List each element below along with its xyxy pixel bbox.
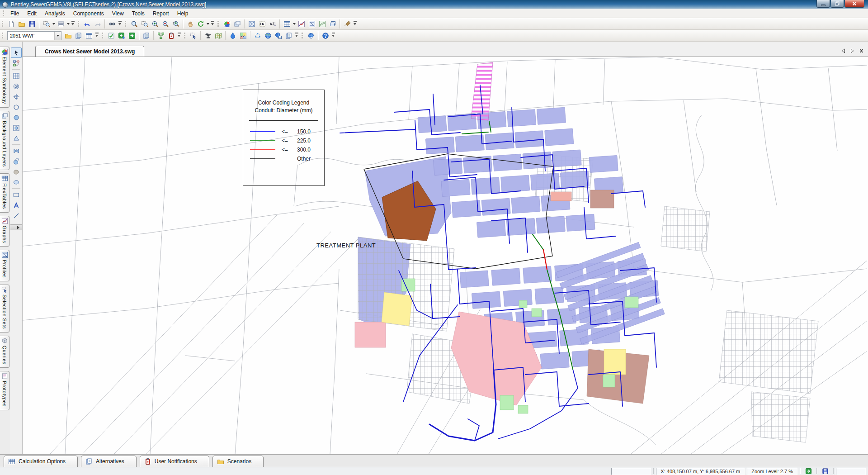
background-layers-icon[interactable] [232, 19, 242, 29]
rectangle-tool[interactable] [11, 190, 22, 200]
toolbar-overflow-icon[interactable] [94, 31, 99, 41]
toolbar-overflow-icon[interactable] [177, 31, 182, 41]
pan-icon[interactable] [185, 19, 195, 29]
circle-outline-tool[interactable] [11, 102, 22, 112]
palette-expander[interactable] [10, 224, 22, 230]
flextables-icon[interactable] [282, 19, 292, 29]
sidebar-item-selection-sets[interactable]: Selection Sets [0, 285, 9, 332]
cascade-windows-icon[interactable] [327, 19, 338, 29]
sidebar-item-element-symbology[interactable]: Element Symbology [0, 47, 9, 108]
toolbar-overflow-icon[interactable] [71, 19, 75, 29]
zoom-realtime-icon[interactable] [170, 19, 181, 29]
annotation-icon[interactable] [267, 19, 278, 29]
sidebar-item-prototypes[interactable]: Prototypes [0, 371, 9, 410]
sidebar-item-background-layers[interactable]: Background Layers [0, 111, 9, 171]
refresh-icon[interactable] [195, 19, 206, 29]
select-by-element-icon[interactable] [188, 31, 198, 41]
text-label-tool[interactable] [11, 200, 22, 210]
circle-filled-tool[interactable] [11, 112, 22, 123]
profiles-icon[interactable] [307, 19, 317, 29]
zoom-out-icon[interactable] [160, 19, 170, 29]
crosshair-node-tool[interactable] [11, 91, 22, 102]
menu-analysis[interactable]: Analysis [41, 10, 69, 18]
calculation-options-icon[interactable] [84, 31, 94, 41]
alternatives-icon[interactable] [73, 31, 84, 41]
menu-file[interactable]: File [7, 10, 23, 18]
map-canvas[interactable]: TREATMENT PLANT Color Coding Legend Cond… [23, 57, 868, 454]
thematic-mapping-icon[interactable] [238, 31, 248, 41]
catchment-blob-tool[interactable] [11, 166, 22, 177]
close-button[interactable] [844, 0, 864, 8]
loadbuilder-icon[interactable] [227, 31, 238, 41]
concentric-circles-tool[interactable] [11, 81, 22, 91]
layout-elements-tool[interactable] [11, 58, 22, 68]
graphs-icon[interactable] [296, 19, 307, 29]
tab-close-icon[interactable] [859, 48, 863, 53]
sidebar-item-graphs[interactable]: Graphs [0, 216, 9, 247]
help-icon[interactable] [320, 31, 330, 41]
select-arrow-tool[interactable] [11, 48, 22, 58]
toolbar-overflow-icon[interactable] [353, 19, 358, 29]
pump-tool[interactable] [11, 156, 22, 166]
find-icon[interactable] [107, 19, 117, 29]
restore-button[interactable] [830, 0, 844, 8]
network-navigator-icon[interactable] [156, 31, 166, 41]
triangle-tool[interactable] [11, 133, 22, 143]
scenario-combobox[interactable]: 2051 WWF [7, 31, 61, 40]
sidebar-item-flextables[interactable]: FlexTables [0, 173, 9, 213]
menu-edit[interactable]: Edit [24, 10, 40, 18]
user-notifications-icon[interactable] [166, 31, 176, 41]
ellipse-tool[interactable] [11, 177, 22, 187]
compute-icon[interactable] [116, 31, 127, 41]
toolbar-overflow-icon[interactable] [118, 19, 123, 29]
boxed-circle-tool[interactable] [11, 123, 22, 133]
document-tab[interactable]: Crows Nest Sewer Model 2013.swg [35, 46, 144, 57]
tools-icon[interactable] [342, 19, 352, 29]
copy-submodel-icon[interactable] [141, 31, 151, 41]
print-icon[interactable] [56, 19, 66, 29]
document-manager-icon[interactable] [283, 31, 294, 41]
validate-icon[interactable] [106, 31, 116, 41]
sidebar-item-queries[interactable]: Queries [0, 336, 9, 368]
fit-to-window-icon[interactable] [246, 19, 257, 29]
web-portal-icon[interactable] [306, 31, 316, 41]
menu-report[interactable]: Report [149, 10, 173, 18]
refresh-dropdown[interactable] [206, 19, 210, 29]
scenario-dropdown-icon[interactable] [54, 32, 61, 40]
sidebar-item-profiles[interactable]: Profiles [0, 250, 9, 281]
flextables-dropdown[interactable] [292, 19, 296, 29]
status-save-icon[interactable] [819, 468, 831, 475]
model-builder-icon[interactable] [213, 31, 223, 41]
zoom-window-icon[interactable] [139, 19, 150, 29]
undo-icon[interactable] [82, 19, 92, 29]
tab-calculation-options[interactable]: Calculation Options [4, 456, 78, 467]
zoom-in-icon[interactable] [150, 19, 160, 29]
valve-tool[interactable] [11, 146, 22, 156]
color-coding-legend[interactable]: Color Coding Legend Conduit: Diameter (m… [243, 90, 325, 186]
tab-user-notifications[interactable]: User Notifications [140, 456, 209, 467]
menu-components[interactable]: Components [70, 10, 108, 18]
bentley-map-icon[interactable] [263, 31, 273, 41]
language-icon[interactable] [257, 19, 267, 29]
save-icon[interactable] [27, 19, 37, 29]
tab-scenarios[interactable]: Scenarios [212, 456, 264, 467]
line-tool[interactable] [11, 210, 22, 221]
contours-icon[interactable] [317, 19, 327, 29]
menu-view[interactable]: View [108, 10, 127, 18]
grid-box-tool[interactable] [11, 71, 22, 81]
skelebrator-icon[interactable] [252, 31, 263, 41]
minimize-button[interactable] [816, 0, 830, 8]
toolbar-overflow-icon[interactable] [210, 19, 215, 29]
redo-icon[interactable] [92, 19, 103, 29]
new-file-icon[interactable] [6, 19, 16, 29]
tab-scroll-left-icon[interactable] [841, 48, 845, 53]
toolbar-overflow-icon[interactable] [331, 31, 336, 41]
menu-help[interactable]: Help [174, 10, 192, 18]
print-preview-dropdown[interactable] [52, 19, 56, 29]
projectwise-icon[interactable] [273, 31, 283, 41]
open-file-icon[interactable] [16, 19, 27, 29]
scenario-manager-icon[interactable] [63, 31, 73, 41]
print-preview-icon[interactable] [41, 19, 52, 29]
element-symbology-icon[interactable] [222, 19, 232, 29]
tab-scroll-right-icon[interactable] [850, 48, 854, 53]
